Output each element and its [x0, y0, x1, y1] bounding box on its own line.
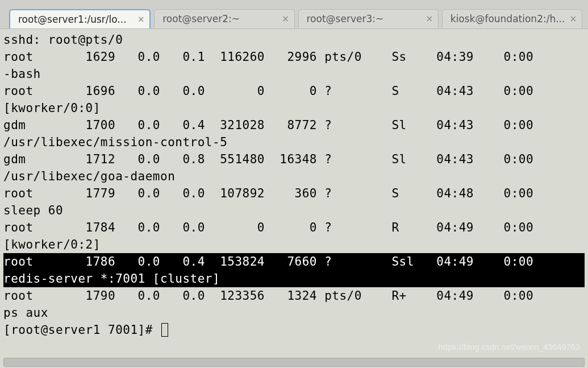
process-row: gdm 1700 0.0 0.4 321028 8772 ? Sl 04:43 …	[3, 117, 585, 134]
tab-bar: root@server1:/usr/lo...×root@server2:~×r…	[0, 9, 588, 28]
tab-2[interactable]: root@server3:~×	[298, 9, 439, 28]
process-row: root 1696 0.0 0.0 0 0 ? S 04:43 0:00	[3, 82, 585, 100]
process-row: root 1790 0.0 0.0 123356 1324 pts/0 R+ 0…	[3, 287, 585, 304]
window-titlebar-spacer	[0, 0, 588, 9]
close-icon[interactable]: ×	[568, 14, 578, 24]
process-cmd-line: ps aux	[3, 304, 585, 321]
horizontal-scrollbar[interactable]	[3, 358, 585, 367]
terminal-viewport[interactable]: sshd: root@pts/0root 1629 0.0 0.1 116260…	[0, 28, 588, 368]
terminal-window: root@server1:/usr/lo...×root@server2:~×r…	[0, 0, 588, 368]
process-cmd-line: sshd: root@pts/0	[3, 31, 585, 48]
process-cmd-line: /usr/libexec/mission-control-5	[3, 134, 585, 151]
process-cmd-line: [kworker/0:2]	[3, 236, 585, 253]
tab-label: root@server2:~	[162, 13, 279, 24]
text-cursor	[161, 323, 168, 337]
process-row: root 1779 0.0 0.0 107892 360 ? S 04:48 0…	[3, 185, 585, 202]
process-cmd-line: sleep 60	[3, 202, 585, 219]
tab-0[interactable]: root@server1:/usr/lo...×	[9, 9, 151, 28]
shell-prompt[interactable]: [root@server1 7001]#	[3, 321, 585, 338]
process-row: gdm 1712 0.0 0.8 551480 16348 ? Sl 04:43…	[3, 151, 585, 168]
watermark-text: https://blog.csdn.net/weixin_45649763	[439, 338, 580, 355]
process-cmd-line: [kworker/0:0]	[3, 100, 585, 117]
close-icon[interactable]: ×	[424, 14, 435, 24]
process-cmd-line: redis-server *:7001 [cluster]	[3, 270, 585, 287]
process-row: root 1629 0.0 0.1 116260 2996 pts/0 Ss 0…	[3, 48, 585, 65]
close-icon[interactable]: ×	[136, 14, 146, 24]
prompt-text: [root@server1 7001]#	[3, 321, 160, 338]
process-row: root 1784 0.0 0.0 0 0 ? R 04:49 0:00	[3, 219, 585, 236]
tab-label: root@server1:/usr/lo...	[18, 14, 135, 25]
process-cmd-line: /usr/libexec/goa-daemon	[3, 168, 585, 185]
tab-3[interactable]: kiosk@foundation2:/h...×	[442, 9, 582, 28]
tab-label: kiosk@foundation2:/h...	[451, 13, 567, 24]
tab-label: root@server3:~	[307, 13, 423, 24]
process-row: root 1786 0.0 0.4 153824 7660 ? Ssl 04:4…	[3, 253, 585, 270]
tab-1[interactable]: root@server2:~×	[154, 9, 294, 28]
process-cmd-line: -bash	[3, 65, 585, 82]
close-icon[interactable]: ×	[281, 14, 291, 24]
